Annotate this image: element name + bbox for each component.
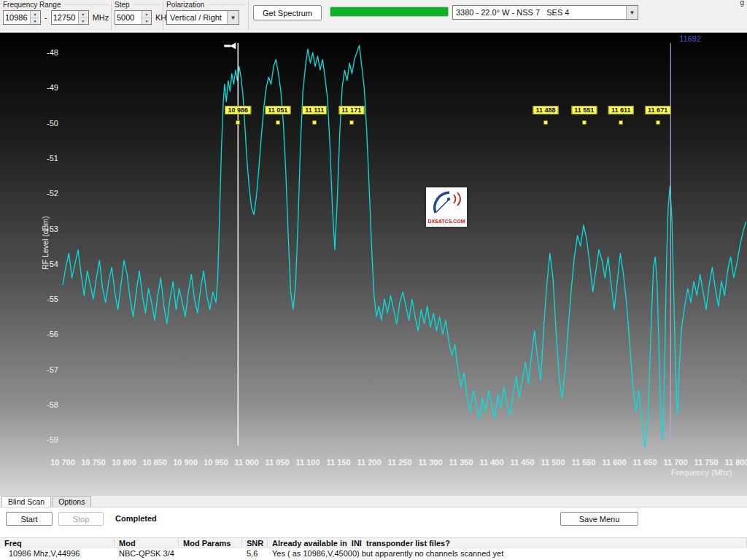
results-table-header: FreqModMod ParamsSNRAlready available in…: [0, 537, 747, 548]
x-tick-label: 10 700: [45, 458, 80, 467]
step-spin-down-icon[interactable]: ▼: [142, 18, 151, 25]
dxsatcs-logo: DXSATCS.COM: [426, 187, 467, 227]
chevron-down-icon[interactable]: ▼: [626, 6, 638, 19]
x-tick-label: 11 300: [413, 458, 448, 467]
freq-unit-label: MHz: [93, 13, 109, 22]
satellite-dish-icon: [435, 192, 449, 213]
signal-waves-icon: [454, 195, 456, 203]
spectrum-plot: [0, 33, 747, 496]
toolbar-divider: [111, 1, 112, 31]
logo-text: DXSATCS.COM: [427, 219, 465, 224]
freq-max-spinner: ▲ ▼: [51, 10, 89, 25]
step-spinner: ▲ ▼: [115, 10, 152, 25]
x-tick-label: 11 750: [689, 458, 724, 467]
get-spectrum-button[interactable]: Get Spectrum: [253, 5, 322, 20]
y-tick-label: -57: [32, 365, 58, 374]
x-tick-label: 11 350: [444, 458, 479, 467]
spectrum-trace: [63, 45, 746, 447]
transponder-marker-handle[interactable]: [349, 120, 354, 125]
x-tick-label: 11 050: [260, 458, 295, 467]
chevron-down-icon[interactable]: ▼: [227, 11, 239, 24]
tab-blind-scan[interactable]: Blind Scan: [1, 496, 51, 507]
spectrum-chart[interactable]: 10 70010 75010 80010 85010 90010 95011 0…: [0, 33, 747, 496]
x-tick-label: 11 800: [719, 458, 747, 467]
start-button[interactable]: Start: [6, 512, 53, 526]
transponder-marker-handle[interactable]: [312, 120, 317, 125]
y-tick-label: -48: [32, 48, 58, 57]
transponder-marker-handle[interactable]: [543, 120, 548, 125]
satellite-value: 3380 - 22.0° W - NSS 7 SES 4: [453, 8, 626, 17]
freq-min-spinner: ▲ ▼: [3, 10, 41, 25]
cursor-frequency-label: 11692: [679, 34, 701, 43]
freq-max-input[interactable]: [52, 11, 78, 24]
y-tick-label: -59: [32, 435, 58, 444]
freq-max-spin-down-icon[interactable]: ▼: [79, 18, 88, 25]
step-input[interactable]: [115, 11, 142, 24]
transponder-marker-label[interactable]: 11 488: [533, 106, 558, 114]
clipped-label: g: [740, 0, 744, 7]
column-header-freq: Freq: [0, 538, 115, 548]
transponder-marker-label[interactable]: 11 171: [338, 106, 364, 114]
column-header-snr: SNR: [242, 538, 268, 548]
table-row[interactable]: 10986 Mhz,V,44996NBC-QPSK 3/45,6Yes ( as…: [0, 548, 747, 559]
x-axis-title: Frequency (Mhz): [671, 468, 732, 477]
x-tick-label: 11 500: [535, 458, 570, 467]
polarization-label: Polarization: [166, 1, 245, 8]
x-tick-label: 11 000: [229, 458, 264, 467]
frequency-range-group: Frequency Range ▲ ▼ - ▲ ▼ M: [3, 1, 109, 25]
tab-bar: Blind ScanOptions: [0, 496, 747, 508]
bottom-panel: Blind ScanOptions Start Stop Completed S…: [0, 496, 747, 560]
freq-max-spin-up-icon[interactable]: ▲: [79, 11, 88, 18]
transponder-marker-label[interactable]: 11 051: [265, 106, 290, 114]
freq-min-input[interactable]: [4, 11, 30, 24]
table-cell: Yes ( as 10986,V,45000) but apparently n…: [268, 548, 747, 559]
toolbar-divider: [248, 1, 249, 31]
freq-min-spin-down-icon[interactable]: ▼: [31, 18, 39, 25]
polarization-select[interactable]: Vertical / Right ▼: [166, 10, 239, 25]
transponder-marker-handle[interactable]: [236, 120, 240, 125]
y-tick-label: -50: [32, 119, 58, 128]
cursor-arrow-icon[interactable]: [230, 43, 236, 50]
transponder-marker-handle[interactable]: [619, 120, 623, 125]
frequency-range-label: Frequency Range: [3, 1, 109, 8]
range-separator: -: [44, 13, 47, 22]
tab-options[interactable]: Options: [52, 496, 91, 507]
y-tick-label: -58: [32, 400, 58, 409]
x-tick-label: 11 100: [290, 458, 325, 467]
x-tick-label: 11 150: [321, 458, 356, 467]
toolbar: Frequency Range ▲ ▼ - ▲ ▼ M: [0, 0, 747, 33]
progress-bar: [330, 7, 449, 17]
x-tick-label: 11 250: [382, 458, 417, 467]
stop-button[interactable]: Stop: [58, 512, 104, 526]
transponder-marker-handle[interactable]: [276, 120, 280, 125]
column-header-mod: Mod Params: [179, 538, 242, 548]
table-cell: 5,6: [242, 548, 268, 559]
x-tick-label: 10 750: [76, 458, 111, 467]
transponder-marker-handle[interactable]: [656, 120, 660, 125]
save-menu-button[interactable]: Save Menu: [560, 512, 638, 526]
transponder-marker-label[interactable]: 11 551: [571, 106, 597, 114]
x-tick-label: 11 600: [597, 458, 632, 467]
column-header-already: Already available in INI transponder lis…: [268, 538, 747, 548]
polarization-group: Polarization Vertical / Right ▼: [166, 1, 245, 25]
step-spin-up-icon[interactable]: ▲: [142, 11, 151, 18]
transponder-marker-label[interactable]: 10 986: [225, 106, 251, 114]
cursor-arrow-tail: [224, 45, 231, 47]
x-tick-label: 11 700: [658, 458, 693, 467]
step-label: Step: [115, 1, 160, 8]
x-tick-label: 11 550: [566, 458, 601, 467]
x-tick-label: 10 950: [198, 458, 233, 467]
x-tick-label: 11 200: [352, 458, 387, 467]
x-tick-label: 10 900: [168, 458, 203, 467]
transponder-marker-label[interactable]: 11 671: [645, 106, 670, 114]
freq-min-spin-up-icon[interactable]: ▲: [31, 11, 39, 18]
results-table-body: 10986 Mhz,V,44996NBC-QPSK 3/45,6Yes ( as…: [0, 548, 747, 559]
table-cell: NBC-QPSK 3/4: [115, 548, 179, 559]
transponder-marker-handle[interactable]: [582, 120, 587, 125]
table-cell: 10986 Mhz,V,44996: [0, 548, 115, 559]
satellite-select[interactable]: 3380 - 22.0° W - NSS 7 SES 4 ▼: [452, 5, 638, 20]
x-tick-label: 11 650: [627, 458, 662, 467]
transponder-marker-label[interactable]: 11 611: [608, 106, 634, 114]
transponder-marker-label[interactable]: 11 111: [302, 106, 327, 114]
y-axis-title: RF Level (dBm): [41, 210, 50, 276]
